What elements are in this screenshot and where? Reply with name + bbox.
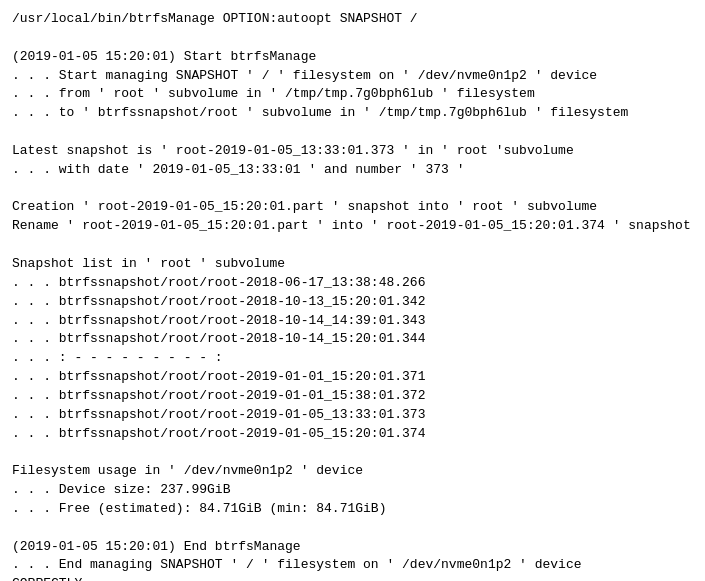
terminal-output: /usr/local/bin/btrfsManage OPTION:autoop… xyxy=(12,10,693,581)
